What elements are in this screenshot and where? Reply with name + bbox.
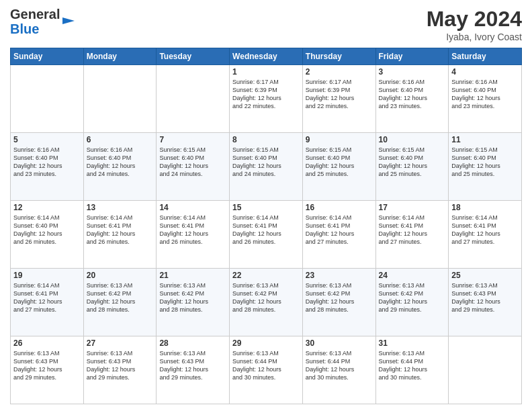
day-info: Sunrise: 6:15 AM Sunset: 6:40 PM Dayligh… (232, 146, 300, 179)
calendar-week-row: 19Sunrise: 6:14 AM Sunset: 6:41 PM Dayli… (11, 269, 522, 336)
calendar-cell: 21Sunrise: 6:13 AM Sunset: 6:42 PM Dayli… (157, 269, 230, 336)
logo-general: General (10, 7, 60, 21)
logo-arrow-icon (62, 15, 75, 27)
day-number: 28 (159, 338, 226, 348)
calendar-cell: 28Sunrise: 6:13 AM Sunset: 6:43 PM Dayli… (157, 336, 230, 404)
calendar-cell (449, 336, 522, 404)
day-info: Sunrise: 6:13 AM Sunset: 6:43 PM Dayligh… (87, 349, 154, 382)
calendar-day-header: Tuesday (157, 48, 230, 65)
calendar-cell: 12Sunrise: 6:14 AM Sunset: 6:40 PM Dayli… (11, 201, 84, 269)
day-info: Sunrise: 6:13 AM Sunset: 6:43 PM Dayligh… (451, 281, 519, 314)
page-title: May 2024 (427, 7, 522, 32)
calendar-day-header: Friday (375, 48, 449, 65)
calendar-cell: 15Sunrise: 6:14 AM Sunset: 6:41 PM Dayli… (230, 201, 303, 269)
calendar-table: SundayMondayTuesdayWednesdayThursdayFrid… (10, 48, 522, 404)
day-info: Sunrise: 6:13 AM Sunset: 6:43 PM Dayligh… (13, 349, 81, 382)
calendar-day-header: Thursday (302, 48, 375, 65)
calendar-week-row: 26Sunrise: 6:13 AM Sunset: 6:43 PM Dayli… (11, 336, 522, 404)
day-info: Sunrise: 6:17 AM Sunset: 6:39 PM Dayligh… (306, 78, 373, 111)
calendar-cell: 11Sunrise: 6:15 AM Sunset: 6:40 PM Dayli… (449, 133, 522, 201)
calendar-cell: 26Sunrise: 6:13 AM Sunset: 6:43 PM Dayli… (11, 336, 84, 404)
day-number: 4 (451, 67, 519, 77)
day-info: Sunrise: 6:16 AM Sunset: 6:40 PM Dayligh… (379, 78, 446, 111)
calendar-cell: 22Sunrise: 6:13 AM Sunset: 6:42 PM Dayli… (230, 269, 303, 336)
day-info: Sunrise: 6:14 AM Sunset: 6:41 PM Dayligh… (13, 281, 81, 314)
calendar-day-header: Wednesday (230, 48, 303, 65)
calendar-cell: 30Sunrise: 6:13 AM Sunset: 6:44 PM Dayli… (302, 336, 375, 404)
day-info: Sunrise: 6:15 AM Sunset: 6:40 PM Dayligh… (306, 146, 373, 179)
day-number: 30 (306, 338, 373, 348)
day-number: 29 (232, 338, 300, 348)
calendar-cell: 8Sunrise: 6:15 AM Sunset: 6:40 PM Daylig… (230, 133, 303, 201)
day-info: Sunrise: 6:13 AM Sunset: 6:42 PM Dayligh… (159, 281, 226, 314)
calendar-cell: 18Sunrise: 6:14 AM Sunset: 6:41 PM Dayli… (449, 201, 522, 269)
calendar-cell: 2Sunrise: 6:17 AM Sunset: 6:39 PM Daylig… (302, 65, 375, 133)
calendar-cell: 31Sunrise: 6:13 AM Sunset: 6:44 PM Dayli… (375, 336, 449, 404)
day-number: 26 (13, 338, 81, 348)
calendar-cell: 17Sunrise: 6:14 AM Sunset: 6:41 PM Dayli… (375, 201, 449, 269)
day-info: Sunrise: 6:13 AM Sunset: 6:42 PM Dayligh… (379, 281, 446, 314)
day-number: 27 (87, 338, 154, 348)
day-number: 21 (159, 271, 226, 280)
calendar-cell: 27Sunrise: 6:13 AM Sunset: 6:43 PM Dayli… (83, 336, 157, 404)
day-number: 3 (379, 67, 446, 77)
page: General Blue May 2024 Iyaba, Ivory Coast… (0, 0, 532, 411)
day-number: 12 (13, 203, 81, 212)
calendar-week-row: 5Sunrise: 6:16 AM Sunset: 6:40 PM Daylig… (11, 133, 522, 201)
day-info: Sunrise: 6:15 AM Sunset: 6:40 PM Dayligh… (451, 146, 519, 179)
day-info: Sunrise: 6:13 AM Sunset: 6:42 PM Dayligh… (232, 281, 300, 314)
calendar-cell (157, 65, 230, 133)
calendar-week-row: 12Sunrise: 6:14 AM Sunset: 6:40 PM Dayli… (11, 201, 522, 269)
day-info: Sunrise: 6:14 AM Sunset: 6:41 PM Dayligh… (379, 214, 446, 246)
calendar-cell: 6Sunrise: 6:16 AM Sunset: 6:40 PM Daylig… (83, 133, 157, 201)
calendar-header-row: SundayMondayTuesdayWednesdayThursdayFrid… (11, 48, 522, 65)
logo-text-block: General Blue (10, 7, 75, 36)
calendar-cell: 16Sunrise: 6:14 AM Sunset: 6:41 PM Dayli… (302, 201, 375, 269)
day-number: 19 (13, 271, 81, 280)
day-info: Sunrise: 6:13 AM Sunset: 6:44 PM Dayligh… (306, 349, 373, 382)
day-number: 14 (159, 203, 226, 212)
day-number: 2 (306, 67, 373, 77)
svg-marker-0 (62, 17, 75, 24)
day-info: Sunrise: 6:15 AM Sunset: 6:40 PM Dayligh… (379, 146, 446, 179)
day-info: Sunrise: 6:15 AM Sunset: 6:40 PM Dayligh… (159, 146, 226, 179)
day-info: Sunrise: 6:16 AM Sunset: 6:40 PM Dayligh… (87, 146, 154, 179)
calendar-cell: 20Sunrise: 6:13 AM Sunset: 6:42 PM Dayli… (83, 269, 157, 336)
page-subtitle: Iyaba, Ivory Coast (427, 32, 522, 42)
calendar-cell: 3Sunrise: 6:16 AM Sunset: 6:40 PM Daylig… (375, 65, 449, 133)
day-number: 13 (87, 203, 154, 212)
day-number: 1 (232, 67, 300, 77)
logo-blue: Blue (10, 21, 39, 36)
day-info: Sunrise: 6:14 AM Sunset: 6:40 PM Dayligh… (13, 214, 81, 246)
day-info: Sunrise: 6:14 AM Sunset: 6:41 PM Dayligh… (306, 214, 373, 246)
header: General Blue May 2024 Iyaba, Ivory Coast (10, 7, 522, 42)
day-number: 15 (232, 203, 300, 212)
calendar-day-header: Saturday (449, 48, 522, 65)
calendar-day-header: Sunday (11, 48, 84, 65)
calendar-cell: 5Sunrise: 6:16 AM Sunset: 6:40 PM Daylig… (11, 133, 84, 201)
calendar-cell: 13Sunrise: 6:14 AM Sunset: 6:41 PM Dayli… (83, 201, 157, 269)
day-info: Sunrise: 6:13 AM Sunset: 6:44 PM Dayligh… (232, 349, 300, 382)
day-info: Sunrise: 6:13 AM Sunset: 6:42 PM Dayligh… (87, 281, 154, 314)
day-info: Sunrise: 6:14 AM Sunset: 6:41 PM Dayligh… (232, 214, 300, 246)
calendar-cell (11, 65, 84, 133)
calendar-cell: 19Sunrise: 6:14 AM Sunset: 6:41 PM Dayli… (11, 269, 84, 336)
day-number: 22 (232, 271, 300, 280)
day-number: 7 (159, 135, 226, 144)
calendar-cell: 14Sunrise: 6:14 AM Sunset: 6:41 PM Dayli… (157, 201, 230, 269)
day-info: Sunrise: 6:14 AM Sunset: 6:41 PM Dayligh… (159, 214, 226, 246)
day-info: Sunrise: 6:13 AM Sunset: 6:44 PM Dayligh… (379, 349, 446, 382)
calendar-cell: 9Sunrise: 6:15 AM Sunset: 6:40 PM Daylig… (302, 133, 375, 201)
calendar-cell: 4Sunrise: 6:16 AM Sunset: 6:40 PM Daylig… (449, 65, 522, 133)
calendar-cell: 24Sunrise: 6:13 AM Sunset: 6:42 PM Dayli… (375, 269, 449, 336)
day-info: Sunrise: 6:13 AM Sunset: 6:43 PM Dayligh… (159, 349, 226, 382)
day-number: 17 (379, 203, 446, 212)
calendar-cell: 1Sunrise: 6:17 AM Sunset: 6:39 PM Daylig… (230, 65, 303, 133)
day-number: 11 (451, 135, 519, 144)
day-info: Sunrise: 6:14 AM Sunset: 6:41 PM Dayligh… (451, 214, 519, 246)
day-info: Sunrise: 6:13 AM Sunset: 6:42 PM Dayligh… (306, 281, 373, 314)
day-number: 6 (87, 135, 154, 144)
day-number: 18 (451, 203, 519, 212)
logo: General Blue (10, 7, 75, 36)
day-number: 16 (306, 203, 373, 212)
